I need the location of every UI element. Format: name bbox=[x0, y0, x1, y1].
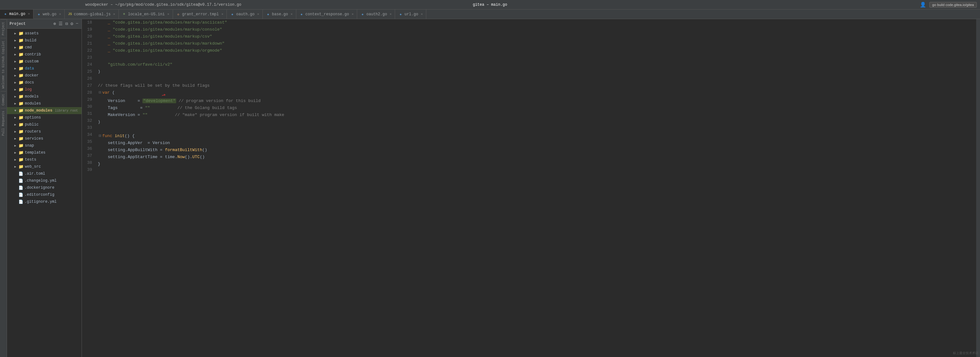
tree-item--changelog.yml[interactable]: 📄.changelog.yml bbox=[7, 177, 81, 184]
tab-close-btn[interactable]: × bbox=[257, 13, 259, 16]
panel-header: Project ⊕ ☰ ⊟ ⚙ − bbox=[7, 19, 81, 29]
tree-item-models[interactable]: ▶📁models bbox=[7, 93, 81, 100]
tree-item-label: docker bbox=[25, 73, 38, 78]
folder-icon: 📁 bbox=[19, 108, 24, 113]
line-number-21: 21 bbox=[84, 40, 92, 47]
line-number-36: 36 bbox=[84, 145, 92, 152]
tree-item-build[interactable]: ▶📁build bbox=[7, 37, 81, 44]
tree-item-contrib[interactable]: ▶📁contrib bbox=[7, 51, 81, 58]
line-number-38: 38 bbox=[84, 159, 92, 166]
code-lines: _ "code.gitea.io/gitea/modules/markup/as… bbox=[95, 19, 976, 357]
expand-all-icon[interactable]: ⊟ bbox=[65, 21, 68, 27]
collapse-all-icon[interactable]: ☰ bbox=[58, 21, 64, 27]
code-line-18: _ "code.gitea.io/gitea/modules/markup/as… bbox=[98, 19, 973, 26]
tree-item-docker[interactable]: ▶📁docker bbox=[7, 72, 81, 79]
tab-url-go[interactable]: ◈url.go× bbox=[395, 10, 426, 19]
tree-item-data[interactable]: ▶📁data bbox=[7, 65, 81, 72]
user-icon[interactable]: 👤 bbox=[920, 2, 926, 8]
line-number-35: 35 bbox=[84, 138, 92, 145]
folder-icon: 📁 bbox=[19, 115, 24, 120]
tree-item-node_modules[interactable]: ▼📁node_moduleslibrary root bbox=[7, 107, 81, 114]
tree-item-routers[interactable]: ▶📁routers bbox=[7, 128, 81, 135]
line-number-25: 25 bbox=[84, 68, 92, 75]
code-line-39 bbox=[98, 168, 973, 175]
tree-item--air.toml[interactable]: 📄.air.toml bbox=[7, 170, 81, 177]
tree-item-docs[interactable]: ▶📁docs bbox=[7, 79, 81, 86]
center-title: gitea – main.go bbox=[326, 3, 653, 7]
folder-icon: 📁 bbox=[19, 73, 24, 78]
build-button[interactable]: go build code.gitea.io/gitea bbox=[929, 2, 977, 8]
folder-icon: 📁 bbox=[19, 143, 24, 148]
vertical-label-project[interactable]: Project bbox=[1, 19, 6, 38]
code-line-37: setting.AppStartTime = time.Now().UTC() bbox=[98, 154, 973, 161]
line-number-23: 23 bbox=[84, 54, 92, 61]
tree-item-log[interactable]: ▶📁log bbox=[7, 86, 81, 93]
tab-close-btn[interactable]: × bbox=[291, 13, 293, 16]
tree-item-label: .dockerignore bbox=[24, 185, 54, 190]
file-icon: 📄 bbox=[19, 193, 23, 197]
tree-item--editorconfig[interactable]: 📄.editorconfig bbox=[7, 191, 81, 198]
scrollbar-track[interactable] bbox=[976, 19, 980, 357]
tree-item-options[interactable]: ▶📁options bbox=[7, 114, 81, 121]
folder-arrow-icon: ▶ bbox=[13, 102, 17, 105]
tab-main-go[interactable]: ◈main.go× bbox=[0, 10, 33, 19]
tree-item-services[interactable]: ▶📁services bbox=[7, 135, 81, 142]
line-number-32: 32 bbox=[84, 117, 92, 124]
tab-web-go[interactable]: ◈web.go× bbox=[33, 10, 65, 19]
tab-icon-tmpl: ◇ bbox=[176, 12, 181, 17]
folder-arrow-icon: ▶ bbox=[13, 158, 17, 162]
vertical-label-copilot[interactable]: Welcome to GitHub Copilot bbox=[1, 38, 6, 91]
tree-item-web_src[interactable]: ▶📁web_src bbox=[7, 163, 81, 170]
tree-item--gitignore.yml[interactable]: 📄.gitignore.yml bbox=[7, 198, 81, 205]
watermark: 标上最全技术术语 bbox=[953, 351, 978, 355]
folder-icon: 📁 bbox=[19, 101, 24, 106]
folder-icon: 📁 bbox=[19, 129, 24, 134]
main-layout: Project Welcome to GitHub Copilot Commit… bbox=[0, 19, 980, 357]
tab-close-btn[interactable]: × bbox=[221, 13, 224, 16]
line-number-30: 30 bbox=[84, 103, 92, 110]
close-panel-icon[interactable]: − bbox=[75, 21, 79, 27]
tree-item-cmd[interactable]: ▶📁cmd bbox=[7, 44, 81, 51]
tab-close-btn[interactable]: × bbox=[390, 13, 392, 16]
tree-item-assets[interactable]: ▶📁assets bbox=[7, 30, 81, 37]
tree-item-custom[interactable]: ▶📁custom bbox=[7, 58, 81, 65]
tree-item-modules[interactable]: ▶📁modules bbox=[7, 100, 81, 107]
tab-context_response-go[interactable]: ◈context_response.go× bbox=[296, 10, 357, 19]
tree-item-public[interactable]: ▶📁public bbox=[7, 121, 81, 128]
tab-close-btn[interactable]: × bbox=[113, 13, 115, 16]
tab-close-btn[interactable]: × bbox=[59, 13, 61, 16]
folder-icon: 📁 bbox=[19, 45, 24, 50]
tab-close-btn[interactable]: × bbox=[421, 13, 423, 16]
tab-close-btn[interactable]: × bbox=[167, 13, 170, 16]
add-file-icon[interactable]: ⊕ bbox=[52, 21, 56, 27]
folder-icon: 📁 bbox=[19, 80, 24, 85]
vertical-label-commit[interactable]: Commit bbox=[1, 91, 6, 108]
folder-arrow-icon: ▶ bbox=[13, 88, 17, 91]
folder-icon: 📁 bbox=[19, 66, 24, 71]
tree-item-templates[interactable]: ▶📁templates bbox=[7, 149, 81, 156]
tab-locale_en-US-ini[interactable]: ≡locale_en-US.ini× bbox=[119, 10, 173, 19]
tree-item-snap[interactable]: ▶📁snap bbox=[7, 142, 81, 149]
folder-icon: 📁 bbox=[19, 157, 24, 162]
code-line-38: } bbox=[98, 161, 973, 168]
tab-close-btn[interactable]: × bbox=[28, 12, 30, 16]
tab-label: locale_en-US.ini bbox=[128, 12, 165, 17]
tab-common-global-js[interactable]: JScommon-global.js× bbox=[65, 10, 119, 19]
tab-oauth2-go[interactable]: ◈oauth2.go× bbox=[357, 10, 395, 19]
settings-icon[interactable]: ⚙ bbox=[70, 21, 73, 27]
tab-grant_error-tmpl[interactable]: ◇grant_error.tmpl× bbox=[173, 10, 227, 19]
code-line-29: Version = "development" // program versi… bbox=[98, 97, 973, 105]
vertical-label-pull-requests[interactable]: Pull Requests bbox=[1, 108, 6, 138]
tree-item--dockerignore[interactable]: 📄.dockerignore bbox=[7, 184, 81, 191]
code-line-22: _ "code.gitea.io/gitea/modules/markup/or… bbox=[98, 47, 973, 54]
line-number-39: 39 bbox=[84, 166, 92, 174]
code-line-24: "github.com/urfave/cli/v2" bbox=[98, 61, 973, 68]
tab-oauth-go[interactable]: ◈oauth.go× bbox=[227, 10, 262, 19]
tab-base-go[interactable]: ◈base.go× bbox=[263, 10, 296, 19]
tree-item-tests[interactable]: ▶📁tests bbox=[7, 156, 81, 163]
tab-icon-go: ◈ bbox=[230, 12, 234, 17]
folder-arrow-icon: ▶ bbox=[13, 130, 17, 134]
line-number-37: 37 bbox=[84, 152, 92, 159]
code-content[interactable]: 1819202122232425262728293031323334353637… bbox=[82, 19, 976, 357]
tab-close-btn[interactable]: × bbox=[352, 13, 354, 16]
